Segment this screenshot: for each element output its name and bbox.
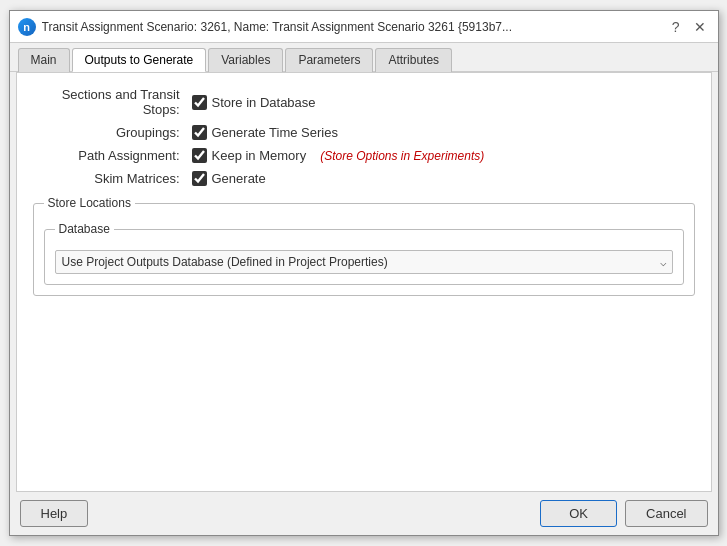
- tab-variables[interactable]: Variables: [208, 48, 283, 72]
- content-area: Sections and Transit Stops: Store in Dat…: [16, 72, 712, 492]
- row-groupings: Groupings: Generate Time Series: [33, 125, 695, 140]
- checkbox-store-database-label: Store in Database: [212, 95, 316, 110]
- close-button[interactable]: ✕: [690, 20, 710, 34]
- tab-main[interactable]: Main: [18, 48, 70, 72]
- tab-parameters[interactable]: Parameters: [285, 48, 373, 72]
- label-skim-matrices: Skim Matrices:: [33, 171, 188, 186]
- checkbox-time-series-label: Generate Time Series: [212, 125, 338, 140]
- footer-right-buttons: OK Cancel: [540, 500, 707, 527]
- tab-attributes[interactable]: Attributes: [375, 48, 452, 72]
- checkbox-keep-memory[interactable]: Keep in Memory: [192, 148, 307, 163]
- database-legend: Database: [55, 222, 114, 236]
- checkbox-keep-memory-label: Keep in Memory: [212, 148, 307, 163]
- checkbox-generate-input[interactable]: [192, 171, 207, 186]
- title-bar: n Transit Assignment Scenario: 3261, Nam…: [10, 11, 718, 43]
- checkbox-generate-label: Generate: [212, 171, 266, 186]
- store-options-note: (Store Options in Experiments): [320, 149, 484, 163]
- checkbox-store-database[interactable]: Store in Database: [192, 95, 316, 110]
- checkbox-generate[interactable]: Generate: [192, 171, 266, 186]
- database-group: Database Use Project Outputs Database (D…: [44, 222, 684, 285]
- checkbox-keep-memory-input[interactable]: [192, 148, 207, 163]
- row-path-assignment: Path Assignment: Keep in Memory (Store O…: [33, 148, 695, 163]
- window-title: Transit Assignment Scenario: 3261, Name:…: [42, 20, 513, 34]
- tab-outputs[interactable]: Outputs to Generate: [72, 48, 207, 72]
- row-skim-matrices: Skim Matrices: Generate: [33, 171, 695, 186]
- store-locations-group: Store Locations Database Use Project Out…: [33, 196, 695, 296]
- checkbox-time-series[interactable]: Generate Time Series: [192, 125, 338, 140]
- main-window: n Transit Assignment Scenario: 3261, Nam…: [9, 10, 719, 536]
- cancel-button[interactable]: Cancel: [625, 500, 707, 527]
- checkbox-time-series-input[interactable]: [192, 125, 207, 140]
- tab-bar: Main Outputs to Generate Variables Param…: [10, 43, 718, 72]
- row-sections: Sections and Transit Stops: Store in Dat…: [33, 87, 695, 117]
- label-sections: Sections and Transit Stops:: [33, 87, 188, 117]
- label-groupings: Groupings:: [33, 125, 188, 140]
- footer: Help OK Cancel: [10, 492, 718, 535]
- checkbox-store-database-input[interactable]: [192, 95, 207, 110]
- help-button[interactable]: Help: [20, 500, 89, 527]
- database-select[interactable]: Use Project Outputs Database (Defined in…: [55, 250, 673, 274]
- app-icon: n: [18, 18, 36, 36]
- label-path-assignment: Path Assignment:: [33, 148, 188, 163]
- database-select-wrapper[interactable]: Use Project Outputs Database (Defined in…: [55, 250, 673, 274]
- ok-button[interactable]: OK: [540, 500, 617, 527]
- help-icon-title[interactable]: ?: [668, 20, 684, 34]
- store-locations-legend: Store Locations: [44, 196, 135, 210]
